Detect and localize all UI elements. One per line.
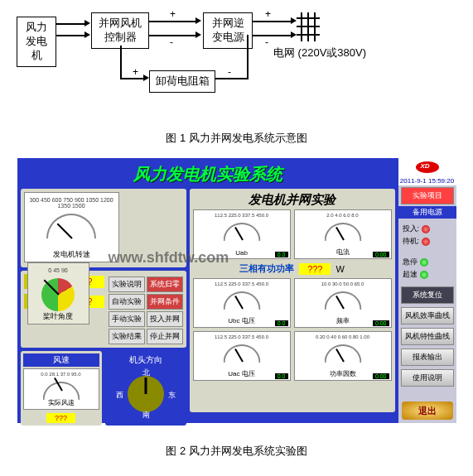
gauge-uac: 112.5 225.0 337.5 450.0 Uac 电压0.0 (193, 331, 291, 381)
sidebar: 2011-9-1 15:59:20 实验项目 备用电源 投入: 待机: 急停 超… (398, 158, 456, 423)
btn-export[interactable]: 报表输出 (401, 349, 454, 366)
compass: 北 南 东 西 (121, 369, 171, 419)
btn-help[interactable]: 使用说明 (401, 369, 454, 387)
btn-exit[interactable]: 退出 (402, 401, 453, 420)
light-overspeed (420, 271, 428, 279)
gauge-ubc: 112.5 225.0 337.5 450.0 Ubc 电压0.0 (193, 278, 291, 328)
btn-char-curve[interactable]: 风机特性曲线 (401, 328, 454, 345)
gauge-freq: 10.0 30.0 50.0 65.0 频率0.00 (294, 278, 392, 328)
btn-manual[interactable]: 手动实验 (109, 311, 145, 327)
power-value: ??? (299, 263, 331, 275)
light-on (422, 225, 430, 233)
gauge-pf: 0.20 0.40 0.60 0.80 1.00 功率因数0.00 (294, 331, 392, 381)
rpm-gauge: 300 450 600 750 900 1050 1200 1350 1500 … (24, 192, 119, 262)
wind-gauge: 0.0 28.1 37.0 95.0 实际风速 (23, 368, 99, 410)
box-dump-load: 卸荷电阻箱 (149, 70, 215, 93)
minus-sign: - (170, 36, 173, 48)
caption-fig1: 图 1 风力并网发电系统示意图 (0, 124, 473, 158)
box-wind-generator: 风力 发电机 (17, 17, 56, 67)
btn-project[interactable]: 实验项目 (401, 187, 454, 204)
btn-stop[interactable]: 停止并网 (147, 329, 183, 344)
box-controller: 并网风机 控制器 (91, 12, 149, 49)
light-standby (422, 238, 430, 246)
hmi-title: 风力发电机实验系统 (21, 161, 395, 189)
block-diagram: 风力 发电机 并网风机 控制器 并网逆 变电源 卸荷电阻箱 + - + - 电网… (0, 0, 473, 124)
gauge-current: 2.0 4.0 6.0 8.0 电流0.00 (294, 209, 392, 259)
rpm-panel: 300 450 600 750 900 1050 1200 1350 1500 … (21, 189, 186, 267)
generator-panel: 发电机并网实验 112.5 225.0 337.5 450.0 Uab0.0 2… (190, 189, 395, 412)
btn-auto[interactable]: 自动实验 (109, 294, 145, 310)
btn-eff-curve[interactable]: 风机效率曲线 (401, 307, 454, 325)
blade-angle-gauge: 0 45 90 桨叶角度 (27, 262, 89, 325)
btn-reset[interactable]: 系统归零 (147, 276, 183, 292)
grid-label: 电网 (220V或380V) (273, 46, 366, 60)
btn-sysreset[interactable]: 系统复位 (401, 286, 454, 304)
wind-speed-panel: 风速 0.0 28.1 37.0 95.0 实际风速 ??? (21, 351, 102, 426)
yaw-panel: 机头方向 北 南 东 西 (105, 351, 186, 426)
hdr-backup: 备用电源 (398, 206, 456, 219)
gauge-uab: 112.5 225.0 337.5 450.0 Uab0.0 (193, 209, 291, 259)
light-estop (420, 258, 428, 267)
gen-title: 发电机并网实验 (193, 192, 392, 209)
wind-value: ??? (46, 413, 75, 423)
btn-result[interactable]: 实验结果 (109, 329, 145, 344)
datetime: 2011-9-1 15:59:20 (398, 176, 456, 185)
logo (398, 158, 456, 176)
btn-cond[interactable]: 并网条件 (147, 294, 183, 310)
btn-desc[interactable]: 实验说明 (109, 276, 145, 292)
btn-connect[interactable]: 投入并网 (147, 311, 183, 327)
power-unit: W (335, 264, 344, 274)
hmi-screen: www.shfdtw.com 风力发电机实验系统 300 450 600 750… (17, 158, 456, 423)
plus-sign: + (170, 8, 176, 20)
box-inverter: 并网逆 变电源 (203, 12, 253, 49)
caption-fig2: 图 2 风力并网发电系统实验图 (0, 423, 473, 471)
power-label: 三相有功功率 (239, 262, 294, 275)
